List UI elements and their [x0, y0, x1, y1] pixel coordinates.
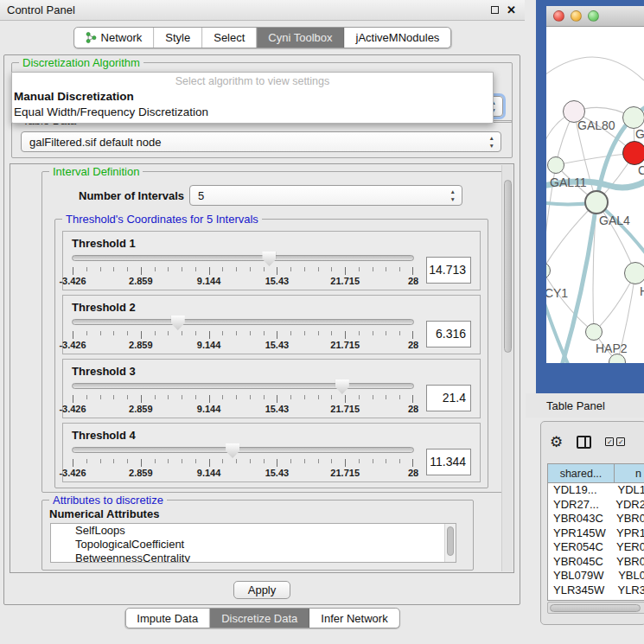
- control-panel-titlebar: Control Panel ✕: [0, 0, 525, 21]
- dropdown-option-manual[interactable]: Manual Discretization: [12, 89, 493, 105]
- dropdown-hint: Select algorithm to view settings: [12, 73, 493, 89]
- node-label-gal4: GAL4: [599, 214, 630, 227]
- table-row[interactable]: YBR045CYBR0: [548, 555, 644, 570]
- node-gal4[interactable]: [584, 190, 609, 214]
- numerical-attributes-label: Numerical Attributes: [49, 507, 159, 520]
- slider-tick-labels: -3.4262.8599.14415.4321.71528: [73, 276, 413, 287]
- threshold-2-slider[interactable]: -3.4262.8599.14415.4321.71528: [72, 315, 414, 353]
- tab-select[interactable]: Select: [202, 28, 257, 48]
- tab-style[interactable]: Style: [154, 28, 202, 48]
- slider-thumb[interactable]: [335, 379, 349, 394]
- threshold-4-slider[interactable]: -3.4262.8599.14415.4321.71528: [72, 443, 414, 481]
- table-panel-toolbar: ⚙ ✓ ✓: [550, 427, 644, 456]
- control-panel-title: Control Panel: [7, 3, 75, 16]
- scrollbar-thumb[interactable]: [504, 180, 512, 353]
- table-row[interactable]: YPR145WYPR1: [548, 526, 644, 541]
- slider-tick-labels: -3.4262.8599.14415.4321.71528: [73, 468, 413, 479]
- table-row[interactable]: YER054CYER0: [548, 540, 644, 555]
- table-row[interactable]: YBR043CYBR0: [548, 512, 644, 526]
- tab-network[interactable]: Network: [74, 28, 155, 48]
- threshold-1-label: Threshold 1: [72, 237, 471, 250]
- slider-ticks: [73, 331, 413, 339]
- threshold-1-value-field[interactable]: [426, 257, 471, 284]
- table-horizontal-scrollbar[interactable]: [547, 602, 644, 614]
- slider-tick-labels: -3.4262.8599.14415.4321.71528: [73, 404, 413, 415]
- tab-discretize-data[interactable]: Discretize Data: [210, 609, 309, 628]
- dropdown-option-equal-width[interactable]: Equal Width/Frequency Discretization: [12, 105, 493, 120]
- node-hap2[interactable]: [585, 323, 603, 341]
- tab-impute-data-label: Impute Data: [137, 612, 198, 625]
- node-label-gcy1: GCY1: [546, 286, 568, 300]
- checkbox-icon[interactable]: ✓: [605, 437, 614, 446]
- network-canvas[interactable]: GAL80 G C GAL11 GAL4 GCY1 H HAP2: [546, 27, 644, 363]
- slider-track[interactable]: [72, 255, 414, 261]
- node-selected-red[interactable]: [622, 141, 644, 165]
- node-top-right[interactable]: [622, 106, 644, 129]
- mac-zoom-icon[interactable]: [588, 10, 599, 22]
- table-row[interactable]: YDL19...YDL1: [548, 483, 644, 498]
- threshold-3-row: Threshold 3 -3.4262.8599.14415.4321.7152…: [62, 359, 481, 418]
- mac-close-icon[interactable]: [553, 10, 564, 22]
- threshold-3-slider[interactable]: -3.4262.8599.14415.4321.71528: [72, 379, 414, 417]
- threshold-1-slider[interactable]: -3.4262.8599.14415.4321.71528: [72, 251, 414, 289]
- settings-scrollbar[interactable]: [501, 165, 513, 571]
- list-item[interactable]: SelfLoops: [51, 524, 456, 538]
- column-header-name[interactable]: n: [615, 464, 644, 482]
- list-item[interactable]: BetweennessCentrality: [51, 552, 456, 563]
- table-data-combobox[interactable]: galFiltered.sif default node ▲▼: [21, 131, 501, 152]
- threshold-4-value-field[interactable]: [426, 449, 471, 475]
- node-gal11[interactable]: [547, 156, 564, 174]
- node-table: shared... n YDL19...YDL1 YDR27...YDR2 YB…: [547, 463, 644, 601]
- network-icon: [86, 31, 97, 44]
- number-of-intervals-combobox[interactable]: 5 ▲▼: [189, 185, 462, 206]
- tab-jactivemnodules-label: jActiveMNodules: [356, 31, 440, 44]
- node-label-gal80: GAL80: [577, 118, 615, 132]
- table-row[interactable]: YLR345WYLR3: [548, 583, 644, 598]
- interval-definition-group: Interval Definition Number of Intervals …: [41, 171, 503, 493]
- stepper-icon: ▲▼: [450, 188, 456, 203]
- slider-track[interactable]: [72, 319, 414, 325]
- threshold-3-label: Threshold 3: [72, 365, 471, 378]
- table-panel-title: Table Panel: [546, 399, 605, 412]
- cyni-toolbox-panel: Discretization Algorithm ▲▼ Select algor…: [3, 54, 520, 605]
- gear-icon[interactable]: ⚙: [550, 435, 563, 450]
- table-row[interactable]: YBL079WYBL0: [548, 569, 644, 583]
- table-data-selected: galFiltered.sif default node: [29, 136, 161, 149]
- table-row[interactable]: YDR27...YDR2: [548, 498, 644, 513]
- node-right[interactable]: [624, 262, 644, 284]
- columns-icon[interactable]: [577, 436, 591, 449]
- network-window-titlebar[interactable]: [546, 6, 644, 27]
- table-data-group: Table Data galFiltered.sif default node …: [11, 120, 513, 158]
- apply-button[interactable]: Apply: [233, 581, 290, 599]
- thresholds-group-title: Threshold's Coordinates for 5 Intervals: [62, 213, 262, 226]
- discretization-algorithm-title: Discretization Algorithm: [19, 56, 143, 69]
- list-item[interactable]: TopologicalCoefficient: [51, 538, 456, 552]
- float-window-icon[interactable]: [491, 6, 499, 14]
- tab-impute-data[interactable]: Impute Data: [125, 609, 210, 628]
- close-icon[interactable]: ✕: [507, 5, 516, 16]
- threshold-3-value-field[interactable]: [426, 385, 471, 411]
- table-panel-bar: Table Panel: [526, 393, 644, 418]
- threshold-2-value-field[interactable]: [426, 321, 471, 348]
- slider-track[interactable]: [72, 447, 414, 453]
- table-row[interactable]: YIL053CYIL0: [548, 597, 644, 601]
- column-header-shared-name[interactable]: shared...: [548, 464, 615, 482]
- slider-tick-labels: -3.4262.8599.14415.4321.71528: [73, 340, 413, 351]
- tab-network-label: Network: [101, 31, 143, 44]
- thresholds-group: Threshold's Coordinates for 5 Intervals …: [54, 219, 488, 488]
- threshold-1-row: Threshold 1 -3.4262.8599.14415.4321.7152…: [62, 231, 481, 290]
- scrollbar-thumb[interactable]: [550, 604, 641, 612]
- slider-thumb[interactable]: [262, 252, 276, 266]
- slider-thumb[interactable]: [171, 316, 185, 330]
- mac-minimize-icon[interactable]: [571, 10, 582, 22]
- tab-cyni-toolbox-label: Cyni Toolbox: [268, 31, 332, 44]
- tab-cyni-toolbox[interactable]: Cyni Toolbox: [257, 28, 344, 48]
- list-scrollbar[interactable]: [444, 524, 456, 562]
- checkbox-icon[interactable]: ✓: [616, 437, 625, 446]
- tab-jactivemnodules[interactable]: jActiveMNodules: [345, 28, 451, 48]
- table-header-row: shared... n: [548, 464, 644, 483]
- slider-thumb[interactable]: [226, 443, 239, 458]
- tab-infer-network[interactable]: Infer Network: [309, 609, 399, 628]
- slider-track[interactable]: [72, 383, 414, 389]
- numerical-attributes-list[interactable]: SelfLoops TopologicalCoefficient Between…: [50, 523, 456, 563]
